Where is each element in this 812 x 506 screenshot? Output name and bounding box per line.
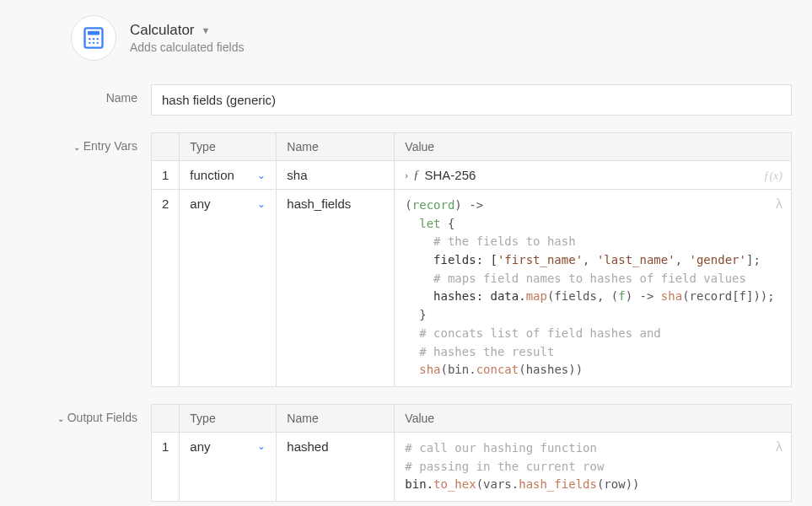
svg-point-5: [89, 42, 90, 44]
svg-point-7: [97, 42, 99, 44]
entry-vars-section-toggle[interactable]: ⌄Entry Vars: [20, 132, 151, 153]
component-title-dropdown[interactable]: Calculator ▼: [130, 22, 244, 39]
type-value: any: [190, 439, 210, 454]
table-header-idx: [152, 133, 180, 161]
table-header-name: Name: [277, 404, 395, 432]
type-select[interactable]: any ⌄: [190, 196, 266, 211]
function-name: SHA-256: [425, 168, 476, 182]
value-cell[interactable]: λ # call our hashing function # passing …: [395, 432, 792, 501]
entry-vars-label: Entry Vars: [83, 139, 137, 153]
type-select[interactable]: any ⌄: [190, 439, 266, 454]
var-name-cell[interactable]: hash_fields: [277, 190, 395, 387]
output-fields-label: Output Fields: [67, 411, 137, 424]
value-cell[interactable]: λ (record) -> let { # the fields to hash…: [395, 190, 792, 387]
field-name-cell[interactable]: hashed: [277, 432, 395, 501]
lambda-icon: λ: [776, 196, 782, 212]
lambda-icon: λ: [776, 439, 782, 455]
table-header-type: Type: [180, 133, 277, 161]
entry-vars-table: Type Name Value 1 function ⌄: [151, 132, 792, 387]
svg-point-2: [89, 38, 90, 40]
type-value: function: [190, 168, 234, 182]
type-select[interactable]: function ⌄: [190, 168, 266, 182]
component-title: Calculator: [130, 22, 195, 39]
chevron-down-icon: ⌄: [257, 170, 266, 181]
calculator-icon: [71, 15, 116, 61]
component-subtitle: Adds calculated fields: [130, 40, 244, 54]
table-header-idx: [152, 404, 180, 432]
row-index: 1: [152, 432, 180, 501]
svg-point-3: [93, 38, 94, 40]
type-value: any: [190, 196, 210, 211]
table-row: 1 any ⌄ hashed λ # call our hashing func…: [152, 432, 792, 501]
svg-point-6: [93, 42, 94, 44]
var-name-cell[interactable]: sha: [277, 161, 395, 190]
table-row: 1 function ⌄ sha › ƒ SHA: [152, 161, 792, 190]
chevron-down-icon: ⌄: [257, 198, 266, 210]
row-index: 1: [152, 161, 180, 190]
row-index: 2: [152, 190, 180, 387]
table-header-value: Value: [395, 133, 792, 161]
svg-point-4: [97, 38, 99, 40]
code-block: # call our hashing function # passing in…: [405, 439, 781, 494]
expand-caret-icon[interactable]: ›: [405, 170, 408, 180]
table-header-name: Name: [277, 133, 395, 161]
svg-rect-1: [88, 31, 99, 35]
fx-icon: ƒ(x): [763, 170, 782, 183]
function-symbol-icon: ƒ: [413, 168, 420, 182]
name-label: Name: [20, 84, 151, 105]
output-fields-table: Type Name Value 1 any ⌄: [151, 404, 792, 502]
chevron-down-icon: ⌄: [73, 143, 80, 152]
chevron-down-icon: ▼: [202, 25, 211, 35]
table-row: 2 any ⌄ hash_fields λ (record) -> let { …: [152, 190, 792, 387]
table-header-type: Type: [180, 404, 277, 432]
chevron-down-icon: ⌄: [257, 440, 266, 452]
value-cell[interactable]: › ƒ SHA-256 ƒ(x): [395, 161, 792, 190]
name-input[interactable]: [151, 84, 792, 116]
table-header-value: Value: [395, 404, 792, 432]
output-fields-section-toggle[interactable]: ⌄Output Fields: [20, 404, 151, 424]
component-header: Calculator ▼ Adds calculated fields: [20, 15, 792, 61]
chevron-down-icon: ⌄: [57, 414, 64, 423]
code-block: (record) -> let { # the fields to hash f…: [405, 196, 781, 380]
